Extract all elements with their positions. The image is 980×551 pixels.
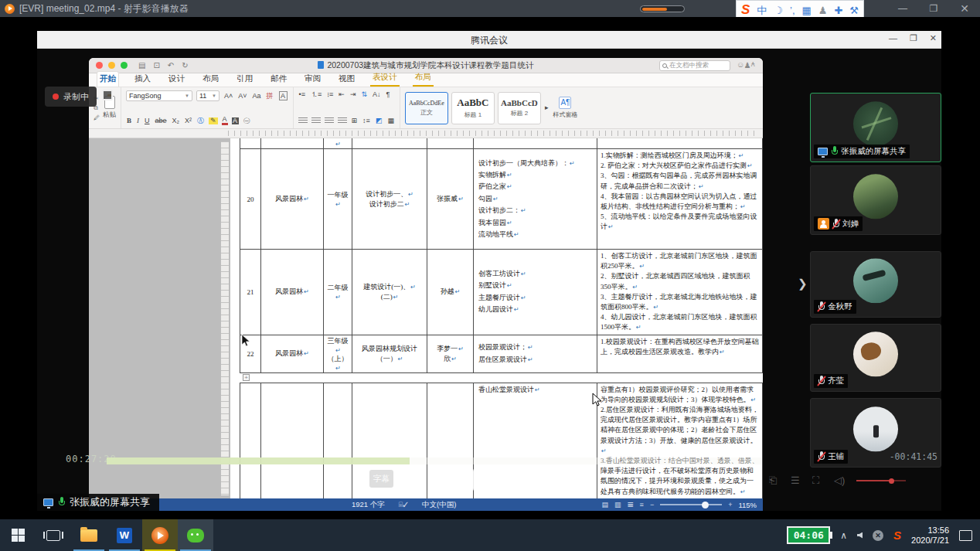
print-layout-view-icon[interactable]: ▤ — [602, 501, 609, 508]
zoom-level[interactable]: 115% — [738, 501, 757, 509]
participant-tile-刘婵[interactable]: 刘婵 — [810, 165, 941, 235]
sogou-tray-icon[interactable]: S — [893, 529, 901, 542]
skin-icon[interactable]: ✚ — [834, 5, 842, 15]
tab-5-邮件[interactable]: 邮件 — [268, 72, 289, 87]
task-view-button[interactable] — [36, 519, 71, 551]
subscript-icon[interactable]: X₂ — [172, 117, 181, 125]
align-right-icon[interactable] — [325, 117, 334, 124]
text-effects-icon[interactable]: Ⓐ — [196, 117, 205, 125]
toolbox-icon[interactable]: ⚒ — [849, 5, 859, 15]
asian-layout-icon[interactable]: ⇅ — [360, 90, 368, 99]
style-gallery-more-icon[interactable]: ▸ — [544, 104, 550, 112]
file-explorer-button[interactable] — [71, 519, 107, 551]
mac-zoom-button[interactable] — [121, 62, 128, 69]
sidebar-collapse-chevron-icon[interactable]: ❯ — [798, 277, 808, 291]
borders-icon[interactable]: ▦ — [386, 117, 395, 125]
increase-indent-icon[interactable]: ⇥ — [349, 90, 357, 99]
grow-font-icon[interactable]: A˄ — [223, 92, 233, 100]
horizontal-ruler[interactable] — [89, 129, 763, 138]
draft-view-icon[interactable]: ≡ — [640, 501, 644, 508]
fast-forward-icon[interactable]: ▶▶ — [538, 473, 549, 484]
tab-6-审阅[interactable]: 审阅 — [302, 72, 323, 87]
volume-slider[interactable] — [856, 480, 906, 481]
font-color-icon[interactable]: A — [222, 116, 228, 125]
enclose-characters-icon[interactable]: ㊀ — [243, 117, 251, 125]
sogou-logo-icon[interactable]: S — [741, 2, 750, 18]
redo-icon[interactable]: ↻ — [182, 61, 188, 70]
sidebar-toggle-icon[interactable]: ▤ — [138, 61, 145, 70]
style-card-标题 1[interactable]: AaBbC标题 1 — [451, 92, 495, 124]
character-border-icon[interactable]: A — [278, 92, 288, 100]
subtitle-button[interactable]: 字幕 — [369, 470, 393, 488]
volume-icon[interactable]: ◁) — [834, 474, 845, 486]
word-taskbar-button[interactable]: W — [107, 519, 142, 551]
ribbon-feedback-icon[interactable]: ☺ — [737, 60, 744, 69]
participant-tile-金秋野[interactable]: 金秋野 — [810, 251, 941, 318]
font-size-select[interactable]: 11▼ — [196, 90, 219, 101]
align-left-icon[interactable] — [298, 117, 308, 124]
tab-0-开始[interactable]: 开始 — [97, 71, 119, 87]
undo-icon[interactable]: ↶ — [168, 61, 174, 70]
shading-icon[interactable]: ◩ — [375, 117, 383, 125]
style-card-正文[interactable]: AaBbCcDdEe正文 — [405, 92, 448, 124]
player-restore-button[interactable]: ❐ — [918, 3, 949, 14]
tab-7-视图[interactable]: 视图 — [336, 72, 357, 87]
tab-4-引用[interactable]: 引用 — [234, 72, 255, 87]
character-shading-icon[interactable]: A — [232, 117, 239, 124]
tab-2-设计[interactable]: 设计 — [166, 72, 187, 87]
participant-tile-张振威的屏幕共享[interactable]: 张振威的屏幕共享 — [810, 93, 941, 162]
player-titlebar-slider[interactable] — [640, 5, 685, 12]
multilevel-list-icon[interactable]: ⁝≡ — [326, 90, 334, 99]
tray-expand-icon[interactable]: ∧ — [840, 530, 847, 541]
splayer-taskbar-button[interactable] — [142, 519, 178, 551]
superscript-icon[interactable]: X² — [184, 117, 192, 125]
decrease-indent-icon[interactable]: ⇤ — [338, 90, 345, 99]
taskbar-clock[interactable]: 13:56 2020/7/21 — [911, 525, 949, 546]
highlight-icon[interactable]: ✎ — [209, 117, 218, 124]
player-close-button[interactable]: ✕ — [949, 2, 980, 15]
battery-indicator[interactable]: 04:06 — [787, 526, 830, 544]
zoom-slider-knob[interactable] — [702, 502, 709, 508]
strikethrough-icon[interactable]: abe — [155, 117, 168, 125]
underline-icon[interactable]: U — [144, 117, 151, 125]
justify-icon[interactable] — [338, 117, 347, 124]
play-button[interactable]: ▶ — [473, 467, 509, 493]
stop-recording-button[interactable] — [102, 90, 113, 100]
font-name-select[interactable]: FangSong▼ — [126, 90, 192, 101]
italic-icon[interactable]: I — [136, 117, 140, 125]
distribute-icon[interactable]: ⊞ — [351, 117, 359, 125]
web-layout-view-icon[interactable]: ▥ — [614, 501, 621, 508]
save-icon[interactable]: ⊡ — [153, 61, 159, 70]
line-spacing-icon[interactable]: ↕≡ — [362, 117, 371, 125]
align-center-icon[interactable] — [311, 117, 321, 124]
bullets-icon[interactable]: •≡ — [298, 90, 306, 99]
open-file-icon[interactable]: ⎗ — [769, 474, 777, 487]
change-case-icon[interactable]: Aa — [252, 92, 262, 100]
frame-step-icon[interactable]: ❘▶ — [518, 473, 529, 484]
table-move-handle-icon[interactable]: + — [243, 374, 250, 381]
tab-9-布局[interactable]: 布局 — [413, 70, 434, 87]
zoom-slider[interactable] — [660, 504, 722, 505]
playback-progress-bar[interactable] — [107, 457, 761, 464]
zoom-in-icon[interactable]: + — [728, 501, 732, 508]
style-card-标题 2[interactable]: AaBbCcD标题 2 — [498, 92, 541, 124]
person-icon[interactable]: ♟ — [818, 5, 828, 15]
meeting-close-button[interactable]: ✕ — [930, 33, 937, 43]
action-center-icon[interactable] — [959, 530, 972, 541]
next-file-icon[interactable]: ▶▶❘ — [563, 473, 580, 484]
zoom-out-icon[interactable]: − — [650, 501, 654, 508]
playlist-icon[interactable]: ☰ — [791, 474, 800, 486]
previous-file-icon[interactable]: ❘◀◀ — [404, 473, 422, 484]
vertical-ruler[interactable] — [221, 141, 229, 495]
document-page[interactable]: 19城乡规划↵五年级↵20风景园林↵一年级↵设计初步一、↵设计初步二↵张振威↵设… — [230, 138, 763, 498]
language-status[interactable]: 中文(中国) — [422, 500, 456, 510]
night-mode-icon[interactable]: ☽ — [774, 5, 783, 15]
shrink-font-icon[interactable]: A˅ — [237, 92, 247, 100]
speaker-icon[interactable] — [857, 532, 863, 539]
chinese-mode-icon[interactable]: 中 — [757, 5, 767, 15]
tab-8-表设计[interactable]: 表设计 — [370, 70, 400, 87]
meeting-restore-button[interactable]: ❐ — [910, 33, 917, 43]
mac-minimize-button[interactable] — [108, 62, 115, 69]
rewind-icon[interactable]: ◀◀ — [433, 473, 444, 484]
start-button[interactable] — [0, 519, 36, 551]
